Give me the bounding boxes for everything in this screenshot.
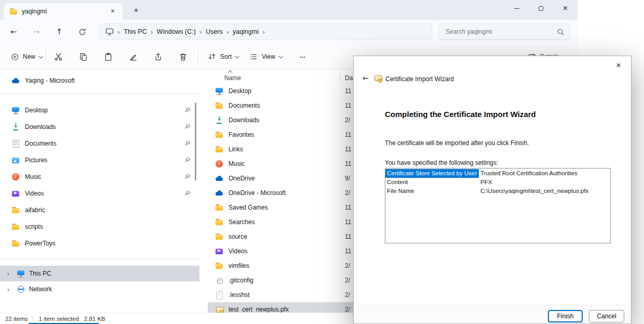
sidebar-item[interactable]: Videos [3, 185, 196, 202]
cancel-button[interactable]: Cancel [589, 310, 624, 322]
file-date: 11 [345, 233, 351, 240]
file-icon [215, 232, 223, 241]
expand-chevron-icon[interactable]: › [4, 286, 12, 293]
file-name: Music [229, 160, 336, 167]
up-button[interactable]: ↑ [50, 23, 69, 41]
file-icon [215, 189, 223, 197]
file-icon [215, 145, 223, 153]
file-name: Links [229, 146, 336, 153]
view-button[interactable]: View [244, 48, 287, 66]
breadcrumb-item[interactable]: Windows (C:) [157, 28, 196, 35]
close-icon: × [563, 4, 568, 12]
file-date: 11 [345, 87, 351, 95]
sidebar-tree-item[interactable]: › This PC [0, 266, 199, 281]
breadcrumb-item[interactable]: yaqingmi [233, 28, 259, 35]
new-button[interactable]: New [5, 48, 47, 66]
plus-circle-icon [10, 53, 19, 61]
address-bar[interactable]: › This PC › Windows (C:) › Users › yaqin… [99, 23, 432, 40]
sidebar-item[interactable]: PowerToys [3, 235, 196, 252]
tab-title: yaqingmi [22, 8, 104, 15]
file-icon [215, 247, 223, 255]
file-icon [215, 203, 223, 212]
search-input[interactable] [446, 28, 552, 35]
minimize-button[interactable] [504, 0, 529, 17]
settings-row[interactable]: File Name C:\Users\yaqingmi\test_cert_ne… [385, 187, 610, 196]
sidebar-item-icon [11, 106, 20, 114]
breadcrumb-item[interactable]: This PC [124, 28, 146, 35]
file-name: Downloads [229, 116, 336, 124]
tab-close-icon[interactable]: × [108, 7, 117, 16]
new-button-label: New [23, 53, 35, 60]
chevron-down-icon [235, 54, 239, 58]
sidebar-item[interactable]: Documents [3, 135, 196, 152]
file-icon [215, 101, 223, 110]
sidebar-tree-label: Network [29, 286, 199, 293]
sidebar-profile-label: Yaqing - Microsoft [25, 77, 196, 84]
refresh-icon [78, 28, 86, 36]
certificate-icon [373, 74, 382, 82]
file-icon [215, 291, 223, 299]
sidebar-tree-item[interactable]: › Network [0, 281, 199, 297]
sidebar-separator [0, 93, 199, 94]
file-date: 11 [345, 218, 351, 226]
sidebar-item[interactable]: Music [3, 169, 196, 185]
sidebar-item[interactable]: Downloads [3, 119, 196, 135]
scissors-icon [53, 52, 63, 62]
view-icon [249, 52, 258, 61]
finish-button[interactable]: Finish [548, 310, 583, 322]
sidebar-item[interactable]: Desktop [3, 102, 196, 119]
file-name: source [229, 233, 336, 240]
search-icon [557, 28, 565, 37]
more-options-button[interactable]: … [293, 48, 312, 66]
chevron-down-icon [38, 54, 43, 58]
selection-count: 1 item selected [38, 316, 78, 322]
delete-button[interactable] [173, 48, 193, 66]
file-name: Saved Games [229, 204, 336, 211]
cut-button[interactable] [48, 48, 68, 66]
folder-icon [9, 7, 18, 16]
minimize-icon [514, 8, 519, 9]
sidebar-item-icon [11, 189, 20, 198]
forward-button[interactable]: → [27, 23, 46, 41]
sidebar-item[interactable]: Pictures [3, 152, 196, 169]
close-button[interactable]: × [553, 0, 578, 17]
dialog-close-button[interactable]: × [610, 59, 627, 72]
paste-button[interactable] [98, 48, 118, 66]
wizard-heading: Completing the Certificate Import Wizard [385, 110, 536, 119]
back-button[interactable]: ← [4, 23, 23, 41]
expand-chevron-icon[interactable]: › [4, 270, 12, 278]
file-date: 11 [345, 102, 351, 109]
settings-row[interactable]: Certificate Store Selected by User Trust… [385, 169, 610, 178]
sidebar-item-label: PowerToys [25, 240, 196, 247]
sidebar-scrollbar[interactable] [195, 102, 196, 180]
sidebar-item[interactable]: scripts [3, 218, 196, 235]
rename-button[interactable] [123, 48, 143, 66]
sidebar-item-label: scripts [25, 223, 196, 230]
copy-button[interactable] [73, 48, 93, 66]
pin-icon [184, 123, 191, 132]
refresh-button[interactable] [73, 23, 91, 41]
breadcrumb-chevron-icon: › [151, 28, 153, 36]
setting-value: Trusted Root Certification Authorities [479, 169, 578, 178]
toolbar-divider [198, 49, 198, 63]
settings-row[interactable]: Content PFX [385, 178, 610, 187]
maximize-button[interactable] [529, 0, 553, 17]
sort-button[interactable]: Sort [203, 48, 243, 66]
share-button[interactable] [148, 48, 168, 66]
sidebar-item[interactable]: aifabric [3, 202, 196, 218]
toolbar-divider [46, 49, 46, 63]
breadcrumb-chevron-icon: › [199, 28, 202, 36]
date-column-header[interactable]: Da [345, 74, 353, 82]
file-icon [215, 116, 223, 124]
breadcrumb-item[interactable]: Users [206, 28, 223, 35]
column-divider[interactable] [340, 73, 340, 81]
explorer-tab[interactable]: yaqingmi × [4, 3, 123, 20]
file-date: 2/ [345, 291, 350, 299]
name-column-header[interactable]: Name [224, 74, 241, 82]
dialog-title: Certificate Import Wizard [385, 75, 454, 83]
settings-listbox[interactable]: Certificate Store Selected by User Trust… [385, 168, 611, 243]
new-tab-button[interactable]: + [130, 5, 142, 17]
view-button-label: View [262, 53, 275, 60]
sidebar-item-onedrive-profile[interactable]: Yaqing - Microsoft [3, 73, 196, 88]
dialog-back-button[interactable]: ← [360, 73, 371, 84]
